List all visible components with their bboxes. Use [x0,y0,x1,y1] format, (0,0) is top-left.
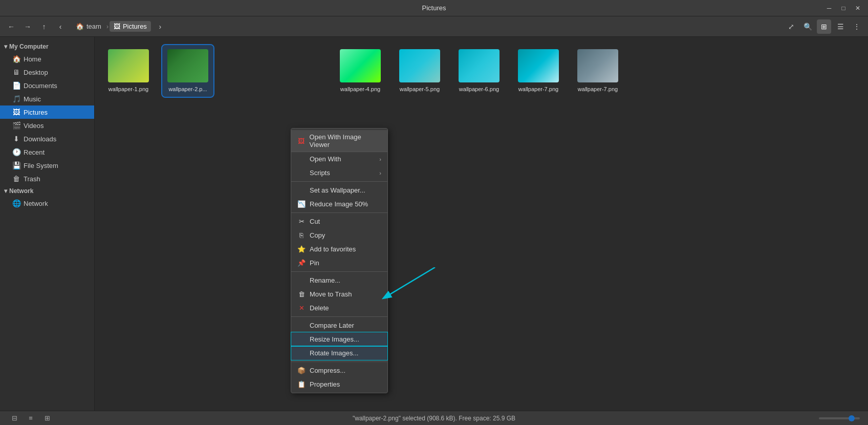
sidebar-item-downloads[interactable]: ⬇ Downloads [0,132,94,145]
minimize-button[interactable]: ─ [823,2,835,14]
sidebar-item-desktop-label: Desktop [24,69,48,76]
file-item-wp8[interactable]: wallpaper-7.png [572,45,623,97]
ctx-scripts[interactable]: Scripts › [291,166,387,180]
view-more-button[interactable]: ⋮ [850,19,864,34]
ctx-compress-label: Compress... [310,367,345,374]
breadcrumb-right-button[interactable]: › [153,19,167,34]
ctx-rotate-images[interactable]: Rotate Images... [291,346,387,360]
status-btn-1[interactable]: ⊟ [8,412,20,424]
sidebar-item-filesystem[interactable]: 💾 File System [0,159,94,172]
up-button[interactable]: ↑ [37,19,51,34]
ctx-rotate-images-label: Rotate Images... [310,349,358,357]
ctx-pin-label: Pin [310,259,319,267]
ctx-delete-label: Delete [310,304,329,312]
sidebar-section-network[interactable]: ▾ Network [0,185,94,197]
status-btn-3[interactable]: ⊞ [41,412,53,424]
file-thumbnail-wp4 [340,49,381,82]
file-item-wp2[interactable]: wallpaper-2.p... [162,45,213,97]
sidebar-item-recent[interactable]: 🕐 Recent [0,145,94,159]
music-icon: 🎵 [12,95,20,103]
image-viewer-icon: 🖼 [297,137,306,145]
ctx-compare-later[interactable]: Compare Later [291,318,387,332]
sidebar-item-network-label: Network [24,200,48,207]
sidebar-item-videos-label: Videos [24,122,44,130]
ctx-set-wallpaper[interactable]: Set as Wallpaper... [291,183,387,197]
sidebar-item-trash-label: Trash [24,175,40,183]
file-item-wp1[interactable]: wallpaper-1.png [103,45,154,97]
sidebar-item-network[interactable]: 🌐 Network [0,197,94,210]
downloads-icon: ⬇ [12,135,20,143]
ctx-separator-1 [291,181,387,182]
add-favorites-icon: ⭐ [297,245,306,253]
sidebar: ▾ My Computer 🏠 Home 🖥 Desktop 📄 Documen… [0,37,95,411]
sidebar-item-filesystem-label: File System [24,162,58,169]
sidebar-item-documents[interactable]: 📄 Documents [0,79,94,92]
scripts-submenu-arrow: › [379,170,381,176]
arrow-annotation [374,267,476,344]
sidebar-item-trash[interactable]: 🗑 Trash [0,172,94,185]
ctx-open-with-label: Open With [310,155,341,163]
file-thumbnail-wp2 [167,49,208,82]
context-menu: 🖼 Open With Image Viewer Open With › Scr… [291,128,388,393]
ctx-add-favorites[interactable]: ⭐ Add to favorites [291,242,387,256]
sidebar-item-home[interactable]: 🏠 Home [0,52,94,66]
file-name-wp4: wallpaper-4.png [340,86,380,93]
ctx-cut[interactable]: ✂ Cut [291,215,387,228]
breadcrumb-home[interactable]: 🏠 team [72,21,105,32]
zoom-thumb [849,415,855,421]
ctx-move-trash-label: Move to Trash [310,290,352,298]
file-name-wp1: wallpaper-1.png [108,86,148,93]
sidebar-item-pictures[interactable]: 🖼 Pictures [0,105,94,119]
copy-icon: ⎘ [297,231,306,239]
file-name-wp2: wallpaper-2.p... [168,86,207,93]
sidebar-item-music-label: Music [24,95,41,103]
breadcrumb-left-button[interactable]: ‹ [53,19,68,34]
file-item-wp5[interactable]: wallpaper-5.png [394,45,445,97]
statusbar-text: "wallpaper-2.png" selected (908.6 kB). F… [353,415,515,422]
ctx-copy[interactable]: ⎘ Copy [291,228,387,242]
ctx-compress[interactable]: 📦 Compress... [291,364,387,377]
breadcrumb-home-label: team [86,23,101,30]
ctx-move-trash[interactable]: 🗑 Move to Trash [291,287,387,301]
home-icon: 🏠 [12,55,20,63]
sidebar-item-desktop[interactable]: 🖥 Desktop [0,66,94,79]
close-button[interactable]: ✕ [852,2,864,14]
file-item-wp6[interactable]: wallpaper-6.png [453,45,505,97]
resize-button[interactable]: ⤢ [784,19,798,34]
zoom-slider[interactable] [819,417,860,419]
ctx-compare-later-label: Compare Later [310,322,354,329]
ctx-open-with[interactable]: Open With › [291,152,387,166]
breadcrumb-pictures[interactable]: 🖼 Pictures [110,21,151,32]
ctx-open-with-image-viewer[interactable]: 🖼 Open With Image Viewer [291,130,387,152]
sidebar-section-my-computer-label: My Computer [9,43,49,50]
sidebar-item-music[interactable]: 🎵 Music [0,92,94,105]
ctx-reduce-image-label: Reduce Image 50% [310,200,368,208]
sidebar-section-my-computer[interactable]: ▾ My Computer [0,41,94,52]
ctx-pin[interactable]: 📌 Pin [291,256,387,270]
status-btn-2[interactable]: ≡ [25,412,37,424]
file-name-wp8: wallpaper-7.png [578,86,618,93]
cut-icon: ✂ [297,218,306,225]
sidebar-item-home-label: Home [24,55,41,63]
search-button[interactable]: 🔍 [800,19,815,34]
sidebar-item-pictures-label: Pictures [24,109,48,116]
reduce-image-icon: 📉 [297,200,306,208]
ctx-properties[interactable]: 📋 Properties [291,377,387,391]
back-button[interactable]: ← [4,19,18,34]
pictures-icon: 🖼 [114,23,120,30]
file-item-wp7[interactable]: wallpaper-7.png [513,45,564,97]
file-area[interactable]: wallpaper-1.png wallpaper-2.p... wallpap… [95,37,868,411]
pin-icon: 📌 [297,259,306,267]
ctx-resize-images[interactable]: Resize Images... [291,332,387,346]
toolbar-right: ⤢ 🔍 ⊞ ☰ ⋮ [784,19,864,34]
view-list-button[interactable]: ☰ [833,19,848,34]
ctx-rename[interactable]: Rename... [291,273,387,287]
file-item-wp4[interactable]: wallpaper-4.png [335,45,386,97]
home-icon: 🏠 [76,23,84,30]
maximize-button[interactable]: □ [837,2,850,14]
ctx-delete[interactable]: ✕ Delete [291,301,387,315]
sidebar-item-videos[interactable]: 🎬 Videos [0,119,94,132]
ctx-reduce-image[interactable]: 📉 Reduce Image 50% [291,197,387,211]
view-grid-button[interactable]: ⊞ [817,19,831,34]
forward-button[interactable]: → [20,19,35,34]
